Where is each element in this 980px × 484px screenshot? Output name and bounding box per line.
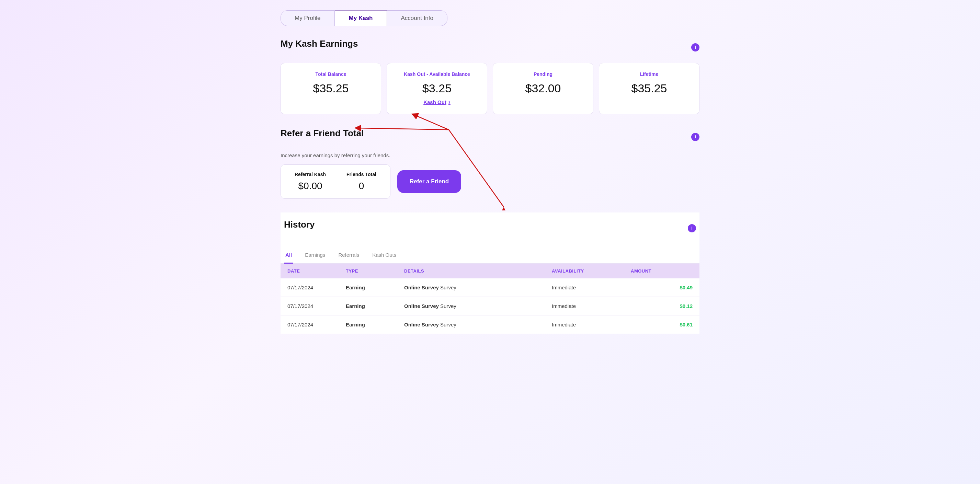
table-body: 07/17/2024 Earning Online Survey Survey … (280, 278, 700, 334)
refer-info-icon[interactable]: i (691, 133, 700, 141)
row2-amount: $0.12 (631, 303, 693, 309)
row3-date: 07/17/2024 (287, 322, 342, 327)
history-tab-earnings[interactable]: Earnings (304, 247, 326, 263)
row1-details: Online Survey Survey (404, 284, 548, 290)
row1-date: 07/17/2024 (287, 284, 342, 290)
referral-kash-value: $0.00 (294, 181, 326, 192)
refer-subtitle: Increase your earnings by referring your… (280, 152, 700, 158)
row2-date: 07/17/2024 (287, 303, 342, 309)
history-info-icon[interactable]: i (688, 224, 696, 232)
table-row: 07/17/2024 Earning Online Survey Survey … (280, 278, 700, 297)
earnings-annotation-layer: Total Balance $35.25 Kash Out - Availabl… (280, 63, 700, 114)
tab-account-info[interactable]: Account Info (387, 10, 448, 26)
refer-section: Refer a Friend Total i Increase your ear… (280, 128, 700, 199)
card-pending-label: Pending (503, 71, 584, 77)
kash-out-link-text: Kash Out (423, 99, 446, 105)
history-tab-all[interactable]: All (284, 247, 293, 263)
tab-my-profile[interactable]: My Profile (280, 10, 335, 26)
row3-amount: $0.61 (631, 322, 693, 327)
earnings-header: My Kash Earnings i (280, 38, 700, 56)
history-tab-referrals[interactable]: Referrals (337, 247, 361, 263)
history-tab-kash-outs[interactable]: Kash Outs (371, 247, 398, 263)
col-availability: AVAILABILITY (552, 268, 627, 274)
row1-amount: $0.49 (631, 284, 693, 290)
row3-availability: Immediate (552, 322, 627, 327)
svg-marker-4 (502, 207, 506, 210)
history-title: History (284, 219, 315, 230)
row1-availability: Immediate (552, 284, 627, 290)
refer-stat-friends-total: Friends Total 0 (347, 171, 376, 192)
referral-kash-label: Referral Kash (294, 171, 326, 177)
svg-line-2 (414, 115, 449, 130)
table-header: DATE TYPE DETAILS AVAILABILITY AMOUNT (280, 263, 700, 278)
card-total-balance: Total Balance $35.25 (280, 63, 381, 114)
row2-availability: Immediate (552, 303, 627, 309)
earnings-title: My Kash Earnings (280, 38, 358, 49)
refer-a-friend-button[interactable]: Refer a Friend (397, 170, 461, 193)
chevron-right-icon: › (449, 98, 450, 106)
refer-header: Refer a Friend Total i (280, 128, 700, 146)
tab-bar: My Profile My Kash Account Info (280, 7, 700, 26)
col-type: TYPE (346, 268, 401, 274)
col-date: DATE (287, 268, 342, 274)
refer-stat-referral-kash: Referral Kash $0.00 (294, 171, 326, 192)
friends-total-label: Friends Total (347, 171, 376, 177)
row3-type: Earning (346, 322, 401, 327)
row2-details: Online Survey Survey (404, 303, 548, 309)
earnings-cards: Total Balance $35.25 Kash Out - Availabl… (280, 63, 700, 114)
card-pending-amount: $32.00 (503, 82, 584, 95)
history-section: History i All Earnings Referrals Kash Ou… (280, 213, 700, 334)
earnings-info-icon[interactable]: i (691, 43, 700, 51)
row2-type: Earning (346, 303, 401, 309)
row3-details: Online Survey Survey (404, 322, 548, 327)
history-tabs: All Earnings Referrals Kash Outs (280, 247, 700, 263)
table-row: 07/17/2024 Earning Online Survey Survey … (280, 297, 700, 316)
friends-total-value: 0 (347, 181, 376, 192)
card-kash-out-label: Kash Out - Available Balance (396, 71, 477, 77)
history-header: History i (280, 213, 700, 240)
col-details: DETAILS (404, 268, 548, 274)
row1-type: Earning (346, 284, 401, 290)
refer-title: Refer a Friend Total (280, 128, 364, 139)
card-lifetime-amount: $35.25 (609, 82, 689, 95)
card-kash-out: Kash Out - Available Balance $3.25 Kash … (387, 63, 487, 114)
tab-my-kash[interactable]: My Kash (335, 10, 387, 26)
card-kash-out-amount: $3.25 (396, 82, 477, 95)
table-row: 07/17/2024 Earning Online Survey Survey … (280, 316, 700, 334)
card-total-balance-amount: $35.25 (291, 82, 371, 95)
refer-stats-card: Referral Kash $0.00 Friends Total 0 (280, 164, 390, 199)
refer-row: Referral Kash $0.00 Friends Total 0 Refe… (280, 164, 700, 199)
card-lifetime: Lifetime $35.25 (599, 63, 700, 114)
card-total-balance-label: Total Balance (291, 71, 371, 77)
card-pending: Pending $32.00 (493, 63, 593, 114)
kash-out-link[interactable]: Kash Out › (396, 98, 477, 106)
col-amount: AMOUNT (631, 268, 693, 274)
card-lifetime-label: Lifetime (609, 71, 689, 77)
